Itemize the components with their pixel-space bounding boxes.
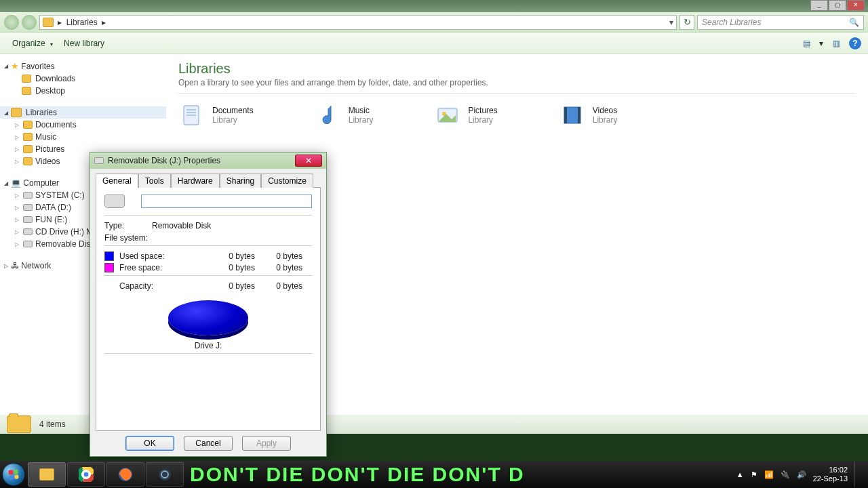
clock-time: 16:02: [813, 466, 848, 474]
drive-name-input[interactable]: [141, 195, 312, 208]
help-button[interactable]: ?: [849, 37, 861, 49]
aperture-icon: [157, 467, 172, 482]
disk-icon: [94, 157, 104, 164]
cancel-button[interactable]: Cancel: [184, 436, 233, 451]
capacity-label: Capacity:: [119, 281, 201, 291]
taskbar-explorer[interactable]: [28, 462, 66, 487]
drive-icon: [23, 241, 33, 247]
organize-label: Organize: [12, 39, 45, 48]
filesystem-label: File system:: [104, 233, 152, 243]
breadcrumb-sep: ▸: [58, 18, 62, 27]
type-value: Removable Disk: [152, 221, 211, 230]
tab-tools[interactable]: Tools: [138, 174, 171, 188]
library-documents[interactable]: DocumentsLibrary: [178, 102, 254, 129]
network-icon[interactable]: 📶: [764, 470, 774, 479]
computer-icon: 💻: [11, 178, 21, 188]
network-label: Network: [21, 261, 51, 270]
dialog-title: Removable Disk (J:) Properties: [108, 156, 220, 165]
used-space-swatch: [104, 251, 114, 261]
folder-icon: [22, 87, 31, 95]
folder-icon: [22, 75, 31, 83]
svg-rect-7: [564, 107, 567, 123]
tab-general[interactable]: General: [96, 174, 138, 188]
back-button[interactable]: [4, 15, 19, 30]
breadcrumb-dropdown[interactable]: ▾: [669, 18, 673, 27]
tray-clock[interactable]: 16:02 22-Sep-13: [813, 466, 848, 483]
volume-icon[interactable]: 🔊: [797, 470, 806, 479]
dialog-close-button[interactable]: ✕: [295, 155, 322, 167]
ok-button[interactable]: OK: [125, 436, 174, 451]
taskbar-firefox[interactable]: [106, 462, 144, 487]
libraries-label: Libraries: [26, 108, 57, 117]
tray-overflow-button[interactable]: ▲: [736, 470, 744, 479]
flag-icon[interactable]: ⚑: [751, 470, 757, 479]
documents-icon: [178, 102, 205, 129]
capacity-human: 0 bytes: [255, 281, 302, 291]
maximize-button[interactable]: ▢: [829, 0, 846, 11]
taskbar-chrome[interactable]: [67, 462, 105, 487]
apply-button[interactable]: Apply: [242, 436, 291, 451]
library-videos[interactable]: VideosLibrary: [559, 102, 618, 129]
folder-icon: [23, 133, 33, 141]
free-space-swatch: [104, 263, 114, 272]
tab-sharing[interactable]: Sharing: [220, 174, 261, 188]
minimize-button[interactable]: _: [810, 0, 828, 11]
start-button[interactable]: [0, 461, 27, 488]
wallpaper-text: DON'T DIE DON'T DIE DON'T D: [184, 461, 730, 488]
taskbar-app[interactable]: [146, 462, 184, 487]
firefox-icon: [118, 467, 133, 482]
show-desktop-button[interactable]: [854, 462, 861, 487]
folder-icon: [39, 468, 54, 481]
search-placeholder: Search Libraries: [702, 18, 761, 27]
view-options-button[interactable]: ▤: [800, 37, 812, 49]
folder-icon: [23, 145, 33, 153]
network-icon: 🖧: [11, 261, 19, 270]
tab-hardware[interactable]: Hardware: [171, 174, 220, 188]
breadcrumb[interactable]: ▸ Libraries ▸ ▾: [39, 15, 677, 30]
sidebar-group-libraries[interactable]: ◢ Libraries: [0, 106, 166, 119]
refresh-button[interactable]: ↻: [679, 15, 694, 30]
properties-dialog: Removable Disk (J:) Properties ✕ General…: [90, 152, 327, 457]
folder-icon: [43, 18, 54, 27]
power-icon[interactable]: 🔌: [781, 470, 790, 479]
sidebar-item-downloads[interactable]: Downloads: [0, 73, 166, 85]
search-icon[interactable]: 🔍: [849, 18, 859, 27]
svg-rect-8: [578, 107, 580, 123]
chrome-icon: [79, 467, 94, 482]
favorites-label: Favorites: [21, 62, 54, 71]
search-input[interactable]: Search Libraries 🔍: [697, 15, 864, 30]
used-space-human: 0 bytes: [255, 251, 302, 261]
svg-point-13: [83, 472, 89, 477]
new-library-button[interactable]: New library: [58, 36, 110, 51]
sidebar-item-documents[interactable]: ▷Documents: [0, 119, 166, 131]
tab-customize[interactable]: Customize: [261, 174, 313, 188]
capacity-bytes: 0 bytes: [201, 281, 255, 291]
status-text: 4 items: [39, 420, 66, 429]
sidebar-item-desktop[interactable]: Desktop: [0, 85, 166, 97]
forward-button[interactable]: [22, 15, 37, 30]
folder-icon: [7, 415, 31, 433]
sidebar-item-music[interactable]: ▷Music: [0, 131, 166, 143]
organize-menu[interactable]: Organize ▾: [7, 36, 58, 51]
page-title: Libraries: [178, 61, 856, 77]
folder-icon: [23, 121, 33, 129]
drive-icon: [23, 204, 33, 211]
free-space-bytes: 0 bytes: [201, 263, 255, 272]
preview-pane-button[interactable]: ▥: [830, 37, 842, 49]
divider: [178, 93, 856, 94]
drive-icon: [23, 228, 33, 235]
chevron-down-icon[interactable]: ▾: [819, 39, 823, 48]
breadcrumb-root[interactable]: Libraries: [66, 18, 98, 27]
used-space-label: Used space:: [119, 251, 201, 261]
folder-icon: [23, 157, 33, 165]
drive-label: Drive J:: [104, 341, 312, 350]
window-close-button[interactable]: ✕: [847, 0, 865, 11]
sidebar-group-favorites[interactable]: ◢ ★ Favorites: [0, 60, 166, 73]
free-space-label: Free space:: [119, 263, 201, 272]
library-music[interactable]: MusicLibrary: [315, 102, 374, 129]
used-space-bytes: 0 bytes: [201, 251, 255, 261]
pictures-icon: [434, 102, 461, 129]
star-icon: ★: [11, 61, 19, 71]
drive-icon: [104, 195, 125, 208]
library-pictures[interactable]: PicturesLibrary: [434, 102, 497, 129]
